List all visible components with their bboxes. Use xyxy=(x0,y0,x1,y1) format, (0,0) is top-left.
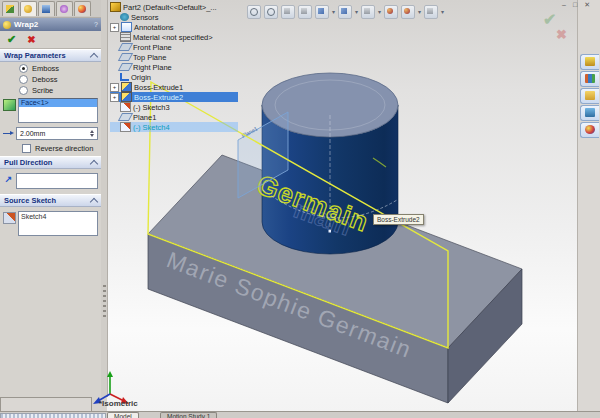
collapse-chevron-icon[interactable] xyxy=(90,52,98,60)
spinner-up-icon[interactable] xyxy=(90,130,94,133)
reverse-direction-checkbox[interactable] xyxy=(22,144,31,153)
tree-item-label: Origin xyxy=(131,73,151,82)
scribe-radio[interactable] xyxy=(19,86,28,95)
configurationmanager-tab[interactable] xyxy=(38,1,55,16)
thickness-spinner[interactable] xyxy=(89,128,96,139)
view-orientation-dropdown-icon[interactable]: ▾ xyxy=(332,6,335,18)
deboss-option[interactable]: Deboss xyxy=(19,75,101,84)
propertymanager-tab[interactable] xyxy=(20,1,37,16)
emboss-option[interactable]: Emboss xyxy=(19,64,101,73)
zoom-fit-icon[interactable] xyxy=(247,5,261,19)
apply-scene-glyph xyxy=(404,8,410,14)
displaymanager-icon xyxy=(78,5,86,13)
pull-direction-group-header[interactable]: Pull Direction xyxy=(0,156,101,169)
source-sketch-listbox[interactable]: Sketch4 xyxy=(18,211,98,236)
face-selection-row: Face<1> xyxy=(3,98,98,123)
tree-item-top-plane[interactable]: Top Plane xyxy=(110,52,238,62)
tree-item-right-plane[interactable]: Right Plane xyxy=(110,62,238,72)
tree-item-boss-extrude2[interactable]: + Boss-Extrude2 xyxy=(110,92,238,102)
design-library-tab[interactable] xyxy=(580,71,599,87)
apply-scene-icon[interactable] xyxy=(401,5,415,19)
view-orientation-glyph xyxy=(318,8,324,14)
wrap-feature-icon xyxy=(3,21,11,29)
restore-button[interactable]: □ xyxy=(573,0,577,9)
view-orientation-icon[interactable] xyxy=(315,5,329,19)
motion-study-tab[interactable]: Motion Study 1 xyxy=(160,412,217,418)
view-settings-icon[interactable] xyxy=(424,5,438,19)
previous-view-icon[interactable] xyxy=(281,5,295,19)
tree-item-sensors[interactable]: Sensors xyxy=(110,12,238,22)
minimize-button[interactable]: – xyxy=(562,0,566,9)
emboss-radio[interactable] xyxy=(19,64,28,73)
tree-item-material[interactable]: Material <not specified> xyxy=(110,32,238,42)
view-palette-tab[interactable] xyxy=(580,105,599,121)
display-style-icon[interactable] xyxy=(338,5,352,19)
scribe-option[interactable]: Scribe xyxy=(19,86,101,95)
collapse-chevron-icon[interactable] xyxy=(90,159,98,167)
pull-direction-selection-box[interactable] xyxy=(16,173,98,189)
displaymanager-tab[interactable] xyxy=(74,1,91,16)
configurationmanager-icon xyxy=(42,5,50,13)
spinner-down-icon[interactable] xyxy=(90,134,94,137)
tree-item-label: Boss-Extrude1 xyxy=(134,83,183,92)
splitter-grip[interactable] xyxy=(103,285,106,319)
tree-item-front-plane[interactable]: Front Plane xyxy=(110,42,238,52)
help-icon[interactable]: ? xyxy=(94,21,98,28)
horizontal-scrollbar[interactable] xyxy=(0,413,106,418)
plane-icon xyxy=(118,43,133,51)
property-manager-titlebar: Wrap2 ? xyxy=(0,18,101,31)
featuremanager-tab[interactable] xyxy=(2,1,19,16)
sketch-icon xyxy=(120,122,131,132)
tree-item-part2[interactable]: Part2 (Default<<Default>_... xyxy=(110,2,238,12)
thickness-row: 2.00mm xyxy=(3,127,98,140)
cancel-button[interactable]: ✖ xyxy=(27,35,35,45)
view-settings-dropdown-icon[interactable]: ▾ xyxy=(441,6,444,18)
view-settings-glyph xyxy=(427,8,433,14)
deboss-radio[interactable] xyxy=(19,75,28,84)
tree-item-plane1[interactable]: Plane1 xyxy=(110,112,238,122)
file-explorer-tab[interactable] xyxy=(580,88,599,104)
zoom-area-icon[interactable] xyxy=(264,5,278,19)
tree-item-label: Front Plane xyxy=(133,43,172,52)
panel-splitter[interactable] xyxy=(101,0,108,397)
tree-item-annotations[interactable]: + Annotations xyxy=(110,22,238,32)
expand-icon[interactable]: + xyxy=(110,83,119,92)
collapse-chevron-icon[interactable] xyxy=(90,197,98,205)
tree-item-sketch3[interactable]: (-) Sketch3 xyxy=(110,102,238,112)
dimxpertmanager-tab[interactable] xyxy=(56,1,73,16)
heads-up-view-toolbar: ▾ ▾ ▾ ▾ ▾ xyxy=(247,5,444,19)
tree-item-sketch4[interactable]: (-) Sketch4 xyxy=(110,122,238,132)
feature-callout: Boss-Extrude2 xyxy=(373,214,424,225)
expand-icon[interactable]: + xyxy=(110,93,119,102)
confirmation-corner-cancel-icon[interactable]: ✖ xyxy=(556,27,567,42)
face-selection-listbox[interactable]: Face<1> xyxy=(18,98,98,123)
tree-item-boss-extrude1[interactable]: + Boss-Extrude1 xyxy=(110,82,238,92)
display-style-dropdown-icon[interactable]: ▾ xyxy=(355,6,358,18)
section-view-icon[interactable] xyxy=(298,5,312,19)
selected-face-item[interactable]: Face<1> xyxy=(19,99,97,107)
face-selection-icon xyxy=(3,99,16,111)
model-tab[interactable]: Model xyxy=(107,412,139,418)
source-sketch-group-header[interactable]: Source Sketch xyxy=(0,194,101,207)
view-orientation-label: *Isometric xyxy=(99,399,138,408)
appearances-tab[interactable] xyxy=(580,122,599,138)
reverse-direction-option[interactable]: Reverse direction xyxy=(22,144,101,153)
thickness-value[interactable]: 2.00mm xyxy=(17,130,45,137)
tree-item-origin[interactable]: Origin xyxy=(110,72,238,82)
confirmation-corner-ok-icon[interactable]: ✔ xyxy=(543,10,556,29)
edit-appearance-icon[interactable] xyxy=(384,5,398,19)
hide-show-items-icon[interactable] xyxy=(361,5,375,19)
apply-scene-dropdown-icon[interactable]: ▾ xyxy=(418,6,421,18)
expand-icon[interactable]: + xyxy=(110,23,119,32)
thickness-spinbox[interactable]: 2.00mm xyxy=(16,127,98,140)
solidworks-resources-tab[interactable] xyxy=(580,54,599,70)
task-pane-tabs xyxy=(580,54,599,138)
close-button[interactable]: ✕ xyxy=(584,0,590,9)
wrap-parameters-group-header[interactable]: Wrap Parameters xyxy=(0,49,101,62)
pull-direction-row: ↗ xyxy=(3,173,98,189)
task-pane xyxy=(577,0,600,411)
hide-show-items-dropdown-icon[interactable]: ▾ xyxy=(378,6,381,18)
ok-button[interactable]: ✔ xyxy=(7,34,16,45)
sketch-point[interactable] xyxy=(329,230,332,233)
triad-y-arrow xyxy=(107,371,113,377)
